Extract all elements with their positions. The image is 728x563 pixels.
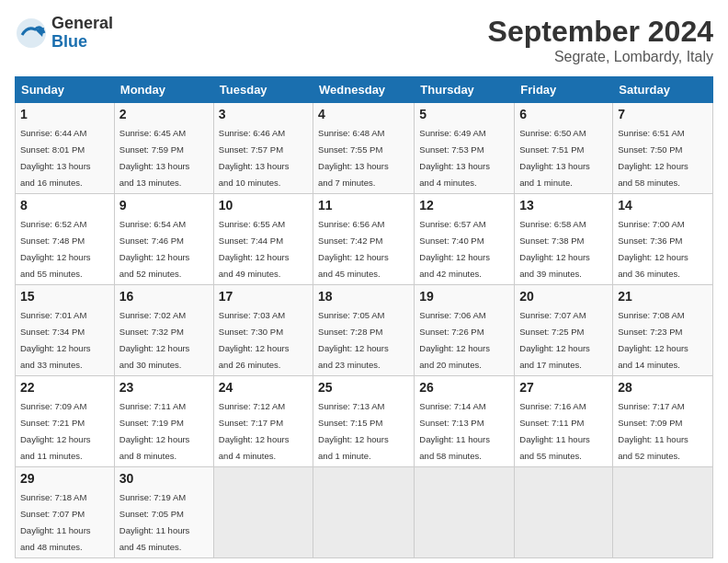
table-row: 13Sunrise: 6:58 AMSunset: 7:38 PMDayligh… xyxy=(515,194,613,285)
calendar-table: Sunday Monday Tuesday Wednesday Thursday… xyxy=(15,76,713,558)
col-wednesday: Wednesday xyxy=(313,77,415,103)
table-row: 24Sunrise: 7:12 AMSunset: 7:17 PMDayligh… xyxy=(213,376,313,467)
month-title: September 2024 xyxy=(488,15,713,49)
logo-text: General Blue xyxy=(51,15,113,52)
table-row: 20Sunrise: 7:07 AMSunset: 7:25 PMDayligh… xyxy=(515,285,613,376)
logo-general: General xyxy=(51,15,113,33)
table-row: 22Sunrise: 7:09 AMSunset: 7:21 PMDayligh… xyxy=(16,376,115,467)
table-row: 7Sunrise: 6:51 AMSunset: 7:50 PMDaylight… xyxy=(613,103,713,194)
table-row: 4Sunrise: 6:48 AMSunset: 7:55 PMDaylight… xyxy=(313,103,415,194)
table-row: 26Sunrise: 7:14 AMSunset: 7:13 PMDayligh… xyxy=(415,376,515,467)
logo-blue: Blue xyxy=(51,33,113,52)
calendar-body: 1Sunrise: 6:44 AMSunset: 8:01 PMDaylight… xyxy=(16,103,713,558)
col-tuesday: Tuesday xyxy=(213,77,313,103)
col-monday: Monday xyxy=(114,77,213,103)
table-row: 9Sunrise: 6:54 AMSunset: 7:46 PMDaylight… xyxy=(114,194,213,285)
table-row: 6Sunrise: 6:50 AMSunset: 7:51 PMDaylight… xyxy=(515,103,613,194)
table-row: 11Sunrise: 6:56 AMSunset: 7:42 PMDayligh… xyxy=(313,194,415,285)
col-sunday: Sunday xyxy=(16,77,115,103)
col-friday: Friday xyxy=(515,77,613,103)
table-row: 8Sunrise: 6:52 AMSunset: 7:48 PMDaylight… xyxy=(16,194,115,285)
table-row xyxy=(613,467,713,558)
col-thursday: Thursday xyxy=(415,77,515,103)
title-section: September 2024 Segrate, Lombardy, Italy xyxy=(488,15,713,65)
table-row: 3Sunrise: 6:46 AMSunset: 7:57 PMDaylight… xyxy=(213,103,313,194)
table-row: 16Sunrise: 7:02 AMSunset: 7:32 PMDayligh… xyxy=(114,285,213,376)
col-saturday: Saturday xyxy=(613,77,713,103)
page-header: General Blue September 2024 Segrate, Lom… xyxy=(15,15,713,65)
table-row: 30Sunrise: 7:19 AMSunset: 7:05 PMDayligh… xyxy=(114,467,213,558)
logo-icon xyxy=(15,17,48,50)
table-row: 12Sunrise: 6:57 AMSunset: 7:40 PMDayligh… xyxy=(415,194,515,285)
table-row: 14Sunrise: 7:00 AMSunset: 7:36 PMDayligh… xyxy=(613,194,713,285)
table-row: 15Sunrise: 7:01 AMSunset: 7:34 PMDayligh… xyxy=(16,285,115,376)
table-row: 1Sunrise: 6:44 AMSunset: 8:01 PMDaylight… xyxy=(16,103,115,194)
table-row xyxy=(515,467,613,558)
table-row: 2Sunrise: 6:45 AMSunset: 7:59 PMDaylight… xyxy=(114,103,213,194)
table-row: 10Sunrise: 6:55 AMSunset: 7:44 PMDayligh… xyxy=(213,194,313,285)
table-row: 28Sunrise: 7:17 AMSunset: 7:09 PMDayligh… xyxy=(613,376,713,467)
table-row: 29Sunrise: 7:18 AMSunset: 7:07 PMDayligh… xyxy=(16,467,115,558)
table-row: 21Sunrise: 7:08 AMSunset: 7:23 PMDayligh… xyxy=(613,285,713,376)
calendar-header: Sunday Monday Tuesday Wednesday Thursday… xyxy=(16,77,713,103)
location: Segrate, Lombardy, Italy xyxy=(488,49,713,65)
table-row xyxy=(313,467,415,558)
table-row xyxy=(415,467,515,558)
table-row: 23Sunrise: 7:11 AMSunset: 7:19 PMDayligh… xyxy=(114,376,213,467)
table-row xyxy=(213,467,313,558)
table-row: 27Sunrise: 7:16 AMSunset: 7:11 PMDayligh… xyxy=(515,376,613,467)
table-row: 19Sunrise: 7:06 AMSunset: 7:26 PMDayligh… xyxy=(415,285,515,376)
table-row: 5Sunrise: 6:49 AMSunset: 7:53 PMDaylight… xyxy=(415,103,515,194)
logo: General Blue xyxy=(15,15,113,52)
table-row: 17Sunrise: 7:03 AMSunset: 7:30 PMDayligh… xyxy=(213,285,313,376)
table-row: 18Sunrise: 7:05 AMSunset: 7:28 PMDayligh… xyxy=(313,285,415,376)
table-row: 25Sunrise: 7:13 AMSunset: 7:15 PMDayligh… xyxy=(313,376,415,467)
